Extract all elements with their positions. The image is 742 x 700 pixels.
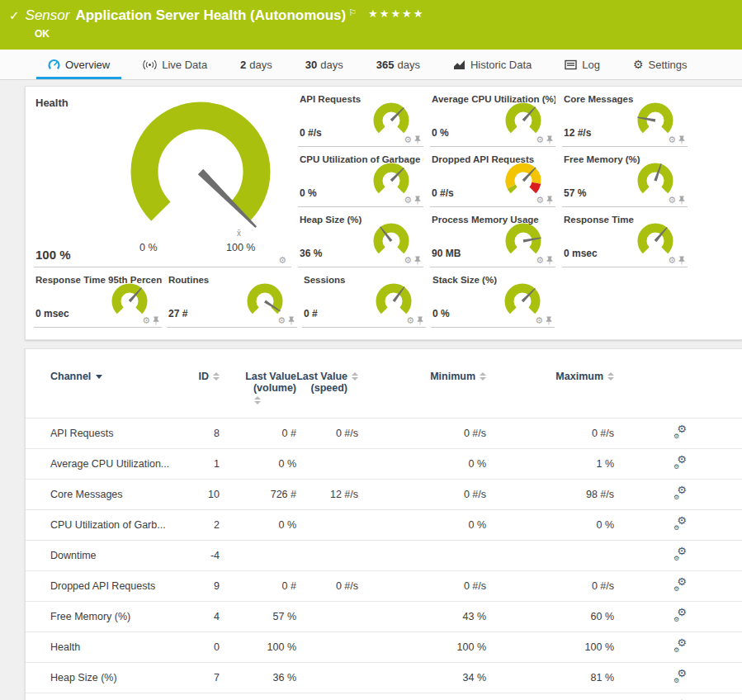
table-row-health[interactable]: Health0100 %100 %100 %⚙⚙ (26, 632, 742, 663)
channel-settings-icon[interactable]: ⚙⚙ (673, 456, 687, 469)
gear-icon[interactable]: ⚙ (536, 196, 544, 205)
pin-icon[interactable] (678, 196, 685, 205)
gauge-panel-routines[interactable]: Routines27 #⚙ (167, 267, 297, 328)
gauge-panel-sessions[interactable]: Sessions0 #⚙ (302, 267, 426, 328)
table-row-dropped-api-requests[interactable]: Dropped API Requests90 #0 #/s0 #/s0 #/s⚙… (26, 571, 742, 602)
gear-icon[interactable]: ⚙ (536, 135, 544, 144)
gear-icon[interactable]: ⚙ (404, 135, 412, 144)
gauge-value: 27 # (168, 308, 187, 319)
gear-icon[interactable]: ⚙ (668, 196, 676, 205)
gauge-panel-dropped-api-requests[interactable]: Dropped API Requests0 #/s⚙ (430, 147, 555, 207)
gauge-icon (48, 59, 60, 71)
gauge-panel-response-time[interactable]: Response Time0 msec⚙ (562, 207, 688, 267)
channel-settings-icon[interactable]: ⚙⚙ (673, 579, 687, 591)
channel-name[interactable]: Health (26, 632, 195, 663)
gear-icon[interactable]: ⚙ (668, 256, 676, 265)
table-row-average-cpu-utilization[interactable]: Average CPU Utilization...10 %0 %1 %⚙⚙ (26, 449, 742, 480)
gauge-panel-free-memory[interactable]: Free Memory (%)57 %⚙ (562, 147, 688, 207)
tab-30-days[interactable]: 30days (294, 50, 355, 79)
column-header-last-value-volume[interactable]: Last Value(volume) (220, 349, 296, 419)
table-row-process-memory-usage[interactable]: Process Memory Usage590 MB87 MB113 MB⚙⚙ (26, 693, 742, 700)
gear-icon[interactable]: ⚙ (277, 316, 286, 325)
channel-name[interactable]: Average CPU Utilization... (26, 449, 195, 480)
pin-icon[interactable] (153, 316, 159, 325)
tab-historic-data[interactable]: Historic Data (442, 50, 543, 79)
tab-label: Overview (65, 59, 110, 71)
channel-cell: 0 #/s (358, 571, 486, 602)
pin-icon[interactable] (414, 256, 421, 265)
channel-name[interactable]: Process Memory Usage (26, 693, 195, 700)
flag-icon[interactable]: ⚐ (348, 3, 357, 21)
gauge-panel-heap-size[interactable]: Heap Size (%)36 %⚙ (298, 207, 423, 267)
table-row-api-requests[interactable]: API Requests80 #0 #/s0 #/s0 #/s⚙⚙ (26, 419, 742, 449)
pin-icon[interactable] (678, 256, 685, 265)
gear-icon[interactable]: ⚙ (536, 256, 544, 265)
table-row-heap-size[interactable]: Heap Size (%)736 %34 %81 %⚙⚙ (26, 663, 742, 693)
pin-icon[interactable] (414, 196, 421, 205)
channel-settings-icon[interactable]: ⚙⚙ (673, 487, 687, 499)
column-header-label: Minimum (430, 371, 486, 382)
table-row-cpu-utilization-of-garb[interactable]: CPU Utilization of Garb...20 %0 %0 %⚙⚙ (26, 510, 742, 541)
tab-settings[interactable]: ⚙Settings (621, 50, 699, 79)
channel-settings-icon[interactable]: ⚙⚙ (673, 609, 687, 622)
channel-settings-icon[interactable]: ⚙⚙ (673, 426, 687, 438)
gauge-panel-response-time-95th-percentile[interactable]: Response Time 95th Percentile0 msec⚙ (34, 267, 162, 328)
tab-365-days[interactable]: 365days (365, 50, 432, 79)
channel-cell: 43 % (358, 602, 486, 632)
table-row-free-memory[interactable]: Free Memory (%)457 %43 %60 %⚙⚙ (26, 602, 742, 632)
column-header-id[interactable]: ID (195, 349, 220, 419)
column-header-channel[interactable]: Channel (26, 349, 195, 419)
channel-settings-icon[interactable]: ⚙⚙ (673, 670, 687, 683)
priority-stars[interactable]: ★★★★★ (368, 5, 424, 23)
table-row-downtime[interactable]: Downtime-4⚙⚙ (26, 541, 742, 571)
channel-name[interactable]: CPU Utilization of Garb... (26, 510, 195, 541)
pin-icon[interactable] (417, 316, 423, 325)
gauge-panel-core-messages[interactable]: Core Messages12 #/s⚙ (562, 87, 688, 147)
channel-name[interactable]: Downtime (26, 541, 195, 571)
tab-overview[interactable]: Overview (36, 50, 121, 79)
tab-live-data[interactable]: Live Data (131, 50, 219, 79)
channel-name[interactable]: Dropped API Requests (26, 571, 195, 602)
gauge-panel-cpu-utilization-of-garbage-c[interactable]: CPU Utilization of Garbage C...0 %⚙ (298, 147, 423, 207)
channel-name[interactable]: Free Memory (%) (26, 602, 195, 632)
channel-settings-icon[interactable]: ⚙⚙ (673, 518, 687, 530)
gauge-panel-api-requests[interactable]: API Requests0 #/s⚙ (298, 87, 423, 147)
gear-icon[interactable]: ⚙ (278, 256, 286, 265)
table-row-core-messages[interactable]: Core Messages10726 #12 #/s0 #/s98 #/s⚙⚙ (26, 480, 742, 510)
channel-cell (220, 541, 296, 571)
pin-icon[interactable] (414, 135, 421, 144)
gauge-value: 0 msec (35, 308, 69, 319)
column-header-maximum[interactable]: Maximum (486, 349, 614, 419)
column-header-minimum[interactable]: Minimum (358, 349, 486, 419)
tab-log[interactable]: Log (553, 50, 612, 79)
tab-2-days[interactable]: 2days (229, 50, 284, 79)
pin-icon[interactable] (288, 316, 295, 325)
channel-name[interactable]: Core Messages (26, 480, 195, 510)
gear-icon[interactable]: ⚙ (404, 196, 412, 205)
pin-icon[interactable] (678, 135, 685, 144)
gear-icon[interactable]: ⚙ (668, 135, 676, 144)
gear-icon[interactable]: ⚙ (535, 316, 543, 325)
pin-icon[interactable] (546, 316, 552, 325)
gauge-panel-health[interactable]: Health x̄ 0 % 100 % 100 % ⚙ (34, 87, 291, 267)
channel-cell: 726 # (220, 480, 296, 510)
channel-actions-cell: ⚙⚙ (614, 571, 742, 602)
pin-icon[interactable] (546, 256, 553, 265)
column-header-last-value-speed[interactable]: Last Value(speed) (296, 349, 358, 419)
gear-icon[interactable]: ⚙ (406, 316, 414, 325)
channel-name[interactable]: Heap Size (%) (26, 663, 195, 693)
channel-cell (296, 693, 358, 700)
channel-cell: 81 % (486, 663, 614, 693)
gauge-panel-process-memory-usage[interactable]: Process Memory Usage90 MB⚙ (430, 207, 555, 267)
gear-icon[interactable]: ⚙ (142, 316, 150, 325)
gauge-panel-icons: ⚙ (535, 316, 552, 325)
pin-icon[interactable] (546, 196, 553, 205)
gauge-panel-icons: ⚙ (404, 135, 421, 144)
channel-settings-icon[interactable]: ⚙⚙ (673, 640, 687, 652)
channel-name[interactable]: API Requests (26, 419, 195, 449)
gauge-panel-stack-size[interactable]: Stack Size (%)0 %⚙ (431, 267, 555, 328)
channel-settings-icon[interactable]: ⚙⚙ (673, 548, 687, 560)
gauge-panel-average-cpu-utilization[interactable]: Average CPU Utilization (%)0 %⚙ (430, 87, 555, 147)
pin-icon[interactable] (546, 135, 553, 144)
gear-icon[interactable]: ⚙ (404, 256, 412, 265)
